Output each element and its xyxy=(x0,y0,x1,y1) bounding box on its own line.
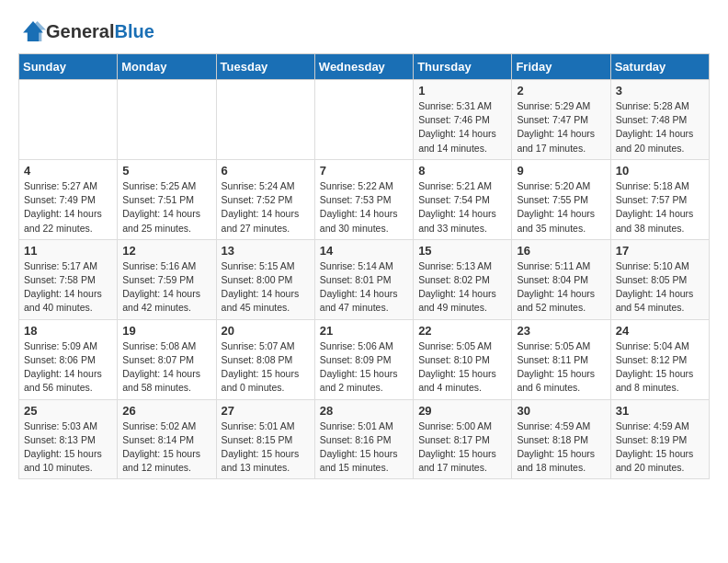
day-info: Sunrise: 5:27 AM Sunset: 7:49 PM Dayligh… xyxy=(24,179,112,236)
day-number: 10 xyxy=(616,164,704,178)
calendar-cell: 11Sunrise: 5:17 AM Sunset: 7:58 PM Dayli… xyxy=(19,239,118,319)
day-info: Sunrise: 5:14 AM Sunset: 8:01 PM Dayligh… xyxy=(320,259,408,316)
calendar-cell: 14Sunrise: 5:14 AM Sunset: 8:01 PM Dayli… xyxy=(314,239,413,319)
day-info: Sunrise: 4:59 AM Sunset: 8:18 PM Dayligh… xyxy=(517,419,605,476)
calendar-cell: 5Sunrise: 5:25 AM Sunset: 7:51 PM Daylig… xyxy=(118,159,216,239)
day-info: Sunrise: 5:21 AM Sunset: 7:54 PM Dayligh… xyxy=(418,179,506,236)
calendar-cell: 4Sunrise: 5:27 AM Sunset: 7:49 PM Daylig… xyxy=(19,159,118,239)
calendar-cell: 13Sunrise: 5:15 AM Sunset: 8:00 PM Dayli… xyxy=(216,239,314,319)
day-info: Sunrise: 5:07 AM Sunset: 8:08 PM Dayligh… xyxy=(222,339,310,396)
day-number: 17 xyxy=(616,244,704,258)
calendar-cell: 1Sunrise: 5:31 AM Sunset: 7:46 PM Daylig… xyxy=(414,80,512,160)
weekday-header-friday: Friday xyxy=(512,54,610,80)
calendar-cell: 21Sunrise: 5:06 AM Sunset: 8:09 PM Dayli… xyxy=(314,319,413,399)
day-number: 7 xyxy=(320,164,408,178)
calendar-cell: 22Sunrise: 5:05 AM Sunset: 8:10 PM Dayli… xyxy=(414,319,512,399)
calendar-cell xyxy=(216,80,314,160)
calendar-week-2: 4Sunrise: 5:27 AM Sunset: 7:49 PM Daylig… xyxy=(19,159,710,239)
calendar-cell: 15Sunrise: 5:13 AM Sunset: 8:02 PM Dayli… xyxy=(414,239,512,319)
day-number: 2 xyxy=(517,84,605,98)
calendar-week-5: 25Sunrise: 5:03 AM Sunset: 8:13 PM Dayli… xyxy=(19,399,710,479)
calendar-cell: 24Sunrise: 5:04 AM Sunset: 8:12 PM Dayli… xyxy=(610,319,709,399)
day-info: Sunrise: 5:16 AM Sunset: 7:59 PM Dayligh… xyxy=(122,259,210,316)
day-number: 26 xyxy=(122,404,210,418)
day-info: Sunrise: 4:59 AM Sunset: 8:19 PM Dayligh… xyxy=(616,419,704,476)
calendar-cell: 2Sunrise: 5:29 AM Sunset: 7:47 PM Daylig… xyxy=(512,80,610,160)
calendar-table: SundayMondayTuesdayWednesdayThursdayFrid… xyxy=(18,53,710,479)
calendar-cell: 8Sunrise: 5:21 AM Sunset: 7:54 PM Daylig… xyxy=(414,159,512,239)
calendar-cell: 16Sunrise: 5:11 AM Sunset: 8:04 PM Dayli… xyxy=(512,239,610,319)
day-info: Sunrise: 5:28 AM Sunset: 7:48 PM Dayligh… xyxy=(616,99,704,155)
calendar-cell xyxy=(118,80,216,160)
day-info: Sunrise: 5:05 AM Sunset: 8:10 PM Dayligh… xyxy=(418,339,506,396)
day-info: Sunrise: 5:08 AM Sunset: 8:07 PM Dayligh… xyxy=(122,339,210,396)
logo-text: GeneralBlue xyxy=(46,21,154,42)
day-number: 13 xyxy=(222,244,310,258)
day-number: 8 xyxy=(418,164,506,178)
calendar-week-3: 11Sunrise: 5:17 AM Sunset: 7:58 PM Dayli… xyxy=(19,239,710,319)
day-number: 28 xyxy=(320,404,408,418)
day-info: Sunrise: 5:24 AM Sunset: 7:52 PM Dayligh… xyxy=(222,179,310,236)
calendar-cell: 31Sunrise: 4:59 AM Sunset: 8:19 PM Dayli… xyxy=(610,399,709,479)
day-number: 30 xyxy=(517,404,605,418)
day-info: Sunrise: 5:06 AM Sunset: 8:09 PM Dayligh… xyxy=(320,339,408,396)
weekday-header-sunday: Sunday xyxy=(19,54,118,80)
logo: GeneralBlue xyxy=(18,18,154,44)
weekday-header-monday: Monday xyxy=(118,54,216,80)
day-info: Sunrise: 5:18 AM Sunset: 7:57 PM Dayligh… xyxy=(616,179,704,236)
day-number: 20 xyxy=(222,324,310,338)
calendar-week-4: 18Sunrise: 5:09 AM Sunset: 8:06 PM Dayli… xyxy=(19,319,710,399)
calendar-cell: 10Sunrise: 5:18 AM Sunset: 7:57 PM Dayli… xyxy=(610,159,709,239)
day-number: 9 xyxy=(517,164,605,178)
day-info: Sunrise: 5:29 AM Sunset: 7:47 PM Dayligh… xyxy=(517,99,605,155)
day-info: Sunrise: 5:04 AM Sunset: 8:12 PM Dayligh… xyxy=(616,339,704,396)
day-number: 27 xyxy=(222,404,310,418)
calendar-cell: 6Sunrise: 5:24 AM Sunset: 7:52 PM Daylig… xyxy=(216,159,314,239)
day-number: 21 xyxy=(320,324,408,338)
day-info: Sunrise: 5:11 AM Sunset: 8:04 PM Dayligh… xyxy=(517,259,605,316)
day-info: Sunrise: 5:09 AM Sunset: 8:06 PM Dayligh… xyxy=(24,339,112,396)
calendar-cell: 19Sunrise: 5:08 AM Sunset: 8:07 PM Dayli… xyxy=(118,319,216,399)
day-number: 14 xyxy=(320,244,408,258)
day-number: 1 xyxy=(418,84,506,98)
calendar-cell: 7Sunrise: 5:22 AM Sunset: 7:53 PM Daylig… xyxy=(314,159,413,239)
weekday-header-tuesday: Tuesday xyxy=(216,54,314,80)
day-info: Sunrise: 5:22 AM Sunset: 7:53 PM Dayligh… xyxy=(320,179,408,236)
calendar-cell: 12Sunrise: 5:16 AM Sunset: 7:59 PM Dayli… xyxy=(118,239,216,319)
day-number: 3 xyxy=(616,84,704,98)
day-number: 5 xyxy=(122,164,210,178)
weekday-header-thursday: Thursday xyxy=(414,54,512,80)
day-info: Sunrise: 5:02 AM Sunset: 8:14 PM Dayligh… xyxy=(122,419,210,476)
calendar-cell: 3Sunrise: 5:28 AM Sunset: 7:48 PM Daylig… xyxy=(610,80,709,160)
weekday-header-saturday: Saturday xyxy=(610,54,709,80)
day-number: 23 xyxy=(517,324,605,338)
day-number: 25 xyxy=(24,404,112,418)
calendar-cell: 18Sunrise: 5:09 AM Sunset: 8:06 PM Dayli… xyxy=(19,319,118,399)
logo-icon xyxy=(20,18,46,44)
calendar-cell: 29Sunrise: 5:00 AM Sunset: 8:17 PM Dayli… xyxy=(414,399,512,479)
calendar-cell: 17Sunrise: 5:10 AM Sunset: 8:05 PM Dayli… xyxy=(610,239,709,319)
day-info: Sunrise: 5:31 AM Sunset: 7:46 PM Dayligh… xyxy=(418,99,506,155)
weekday-header-row: SundayMondayTuesdayWednesdayThursdayFrid… xyxy=(19,54,710,80)
calendar-cell: 25Sunrise: 5:03 AM Sunset: 8:13 PM Dayli… xyxy=(19,399,118,479)
day-number: 29 xyxy=(418,404,506,418)
day-info: Sunrise: 5:05 AM Sunset: 8:11 PM Dayligh… xyxy=(517,339,605,396)
calendar-cell xyxy=(314,80,413,160)
day-info: Sunrise: 5:03 AM Sunset: 8:13 PM Dayligh… xyxy=(24,419,112,476)
day-number: 11 xyxy=(24,244,112,258)
day-number: 12 xyxy=(122,244,210,258)
day-number: 15 xyxy=(418,244,506,258)
day-number: 19 xyxy=(122,324,210,338)
calendar-cell: 9Sunrise: 5:20 AM Sunset: 7:55 PM Daylig… xyxy=(512,159,610,239)
day-info: Sunrise: 5:17 AM Sunset: 7:58 PM Dayligh… xyxy=(24,259,112,316)
calendar-cell: 30Sunrise: 4:59 AM Sunset: 8:18 PM Dayli… xyxy=(512,399,610,479)
day-number: 24 xyxy=(616,324,704,338)
day-info: Sunrise: 5:00 AM Sunset: 8:17 PM Dayligh… xyxy=(418,419,506,476)
day-info: Sunrise: 5:01 AM Sunset: 8:15 PM Dayligh… xyxy=(222,419,310,476)
calendar-week-1: 1Sunrise: 5:31 AM Sunset: 7:46 PM Daylig… xyxy=(19,80,710,160)
calendar-cell: 27Sunrise: 5:01 AM Sunset: 8:15 PM Dayli… xyxy=(216,399,314,479)
day-number: 4 xyxy=(24,164,112,178)
day-info: Sunrise: 5:20 AM Sunset: 7:55 PM Dayligh… xyxy=(517,179,605,236)
day-number: 6 xyxy=(222,164,310,178)
day-number: 18 xyxy=(24,324,112,338)
